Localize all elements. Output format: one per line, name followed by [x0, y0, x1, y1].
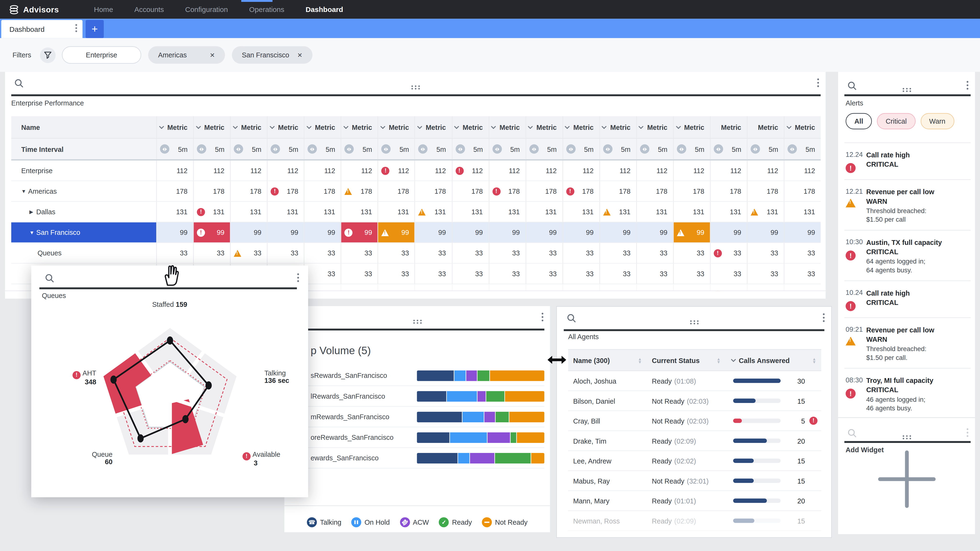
metric-column-header[interactable]: Metric	[267, 116, 304, 138]
interval-cell[interactable]: 5m	[562, 139, 599, 159]
metric-column-header[interactable]: Metric	[525, 116, 562, 138]
metric-column-header[interactable]: Metric	[378, 116, 415, 138]
metric-cell[interactable]: 33	[673, 284, 710, 291]
metric-column-header[interactable]: Metric	[747, 116, 784, 138]
metric-cell[interactable]: 178	[673, 181, 710, 202]
metric-cell[interactable]: !112	[378, 160, 415, 181]
chevron-down-icon[interactable]	[380, 125, 386, 129]
interval-cell[interactable]: 5m	[525, 139, 562, 159]
interval-cell[interactable]: 5m	[710, 139, 747, 159]
add-widget-plus-button[interactable]	[878, 450, 935, 508]
metric-cell[interactable]: 33	[452, 264, 488, 284]
metric-cell[interactable]: 178	[415, 181, 452, 202]
metric-cell[interactable]: 33	[636, 243, 673, 263]
row-name-cell[interactable]: ▼Americas	[11, 181, 156, 202]
metric-cell[interactable]: 112	[193, 160, 230, 181]
metric-column-header[interactable]: Metric	[156, 116, 193, 138]
metric-column-header[interactable]: Metric	[784, 116, 821, 138]
chevron-down-icon[interactable]	[786, 125, 792, 129]
agent-row[interactable]: Mabus, RayNot Ready (32:01)15	[568, 471, 821, 491]
search-icon[interactable]	[45, 273, 54, 286]
metric-cell[interactable]: 131	[784, 202, 821, 222]
metric-cell[interactable]: !99	[341, 222, 377, 243]
expand-down-icon[interactable]: ▼	[29, 230, 37, 235]
widget-kebab-icon[interactable]	[822, 313, 825, 325]
metric-cell[interactable]: 33	[230, 243, 267, 263]
stacked-volume-bar[interactable]	[417, 411, 544, 422]
alert-item[interactable]: 12.21Revenue per call lowWARNThreshold b…	[844, 179, 970, 230]
metric-cell[interactable]: 112	[156, 160, 193, 181]
metric-cell[interactable]: 112	[673, 160, 710, 181]
alerts-filter-warn[interactable]: Warn	[920, 113, 954, 129]
metric-cell[interactable]: 99	[156, 222, 193, 243]
metric-cell[interactable]: 178	[304, 181, 341, 202]
metric-cell[interactable]: 33	[673, 264, 710, 284]
metric-cell[interactable]: 33	[525, 284, 562, 291]
interval-cell[interactable]: 5m	[747, 139, 784, 159]
metric-cell[interactable]: 131	[267, 202, 304, 222]
metric-cell[interactable]: 131	[230, 202, 267, 222]
metric-cell[interactable]: 33	[562, 264, 599, 284]
metric-cell[interactable]: 99	[636, 222, 673, 243]
tab-kebab-icon[interactable]	[75, 24, 77, 35]
filter-chip-americas[interactable]: Americas✕	[148, 46, 225, 64]
metric-cell[interactable]: 112	[784, 160, 821, 181]
metric-column-header[interactable]: Metric	[193, 116, 230, 138]
name-column-header[interactable]: Name	[11, 116, 156, 138]
chevron-down-icon[interactable]	[159, 125, 164, 129]
metric-cell[interactable]: 33	[378, 284, 415, 291]
metric-cell[interactable]: 33	[710, 264, 747, 284]
interval-cell[interactable]: 5m	[673, 139, 710, 159]
metric-cell[interactable]: 112	[267, 160, 304, 181]
metric-cell[interactable]: 99	[710, 222, 747, 243]
metric-cell[interactable]: !33	[710, 243, 747, 263]
drag-handle-icon[interactable]	[902, 431, 911, 442]
metric-cell[interactable]: 33	[525, 243, 562, 263]
metric-cell[interactable]: 33	[488, 264, 525, 284]
metric-cell[interactable]: 99	[452, 222, 488, 243]
metric-cell[interactable]: 112	[747, 160, 784, 181]
add-tab-button[interactable]: +	[86, 20, 104, 38]
metric-cell[interactable]: !178	[267, 181, 304, 202]
metric-cell[interactable]: 33	[415, 284, 452, 291]
metric-column-header[interactable]: Metric	[230, 116, 267, 138]
filter-chip-san-franscisco[interactable]: San Franscisco✕	[232, 46, 312, 64]
widget-kebab-icon[interactable]	[966, 81, 969, 92]
metric-cell[interactable]: 33	[378, 243, 415, 263]
metric-cell[interactable]: 33	[562, 284, 599, 291]
metric-cell[interactable]: 33	[562, 243, 599, 263]
metric-cell[interactable]: 178	[452, 181, 488, 202]
metric-cell[interactable]: 33	[784, 243, 821, 263]
chevron-down-icon[interactable]	[306, 125, 312, 129]
metric-cell[interactable]: 112	[415, 160, 452, 181]
metric-cell[interactable]: 131	[341, 202, 377, 222]
metric-cell[interactable]: 99	[599, 222, 636, 243]
metric-cell[interactable]: 131	[562, 202, 599, 222]
alerts-filter-critical[interactable]: Critical	[877, 113, 915, 129]
metric-column-header[interactable]: Metric	[710, 116, 747, 138]
chevron-down-icon[interactable]	[196, 125, 201, 129]
metric-cell[interactable]: 112	[562, 160, 599, 181]
chevron-down-icon[interactable]	[232, 125, 238, 129]
chevron-down-icon[interactable]	[417, 125, 423, 129]
metric-cell[interactable]: 99	[267, 222, 304, 243]
alert-item[interactable]: 08:30!Troy, MI full capacityCRITICAL46 a…	[844, 368, 970, 419]
metric-column-header[interactable]: Metric	[341, 116, 377, 138]
interval-cell[interactable]: 5m	[267, 139, 304, 159]
row-name-cell[interactable]: Queues	[11, 243, 156, 263]
metric-cell[interactable]: 178	[784, 181, 821, 202]
nav-item-configuration[interactable]: Configuration	[185, 6, 228, 13]
metric-cell[interactable]: 178	[193, 181, 230, 202]
interval-cell[interactable]: 5m	[415, 139, 452, 159]
metric-cell[interactable]: 178	[156, 181, 193, 202]
interval-cell[interactable]: 5m	[304, 139, 341, 159]
metric-column-header[interactable]: Metric	[562, 116, 599, 138]
metric-cell[interactable]: 33	[747, 264, 784, 284]
widget-kebab-icon[interactable]	[541, 312, 544, 324]
metric-cell[interactable]: !178	[488, 181, 525, 202]
metric-cell[interactable]: !33	[710, 284, 747, 291]
chevron-down-icon[interactable]	[454, 125, 460, 129]
metric-cell[interactable]: 33	[747, 243, 784, 263]
tab-dashboard[interactable]: Dashboard	[1, 20, 83, 38]
metric-cell[interactable]: 112	[636, 160, 673, 181]
